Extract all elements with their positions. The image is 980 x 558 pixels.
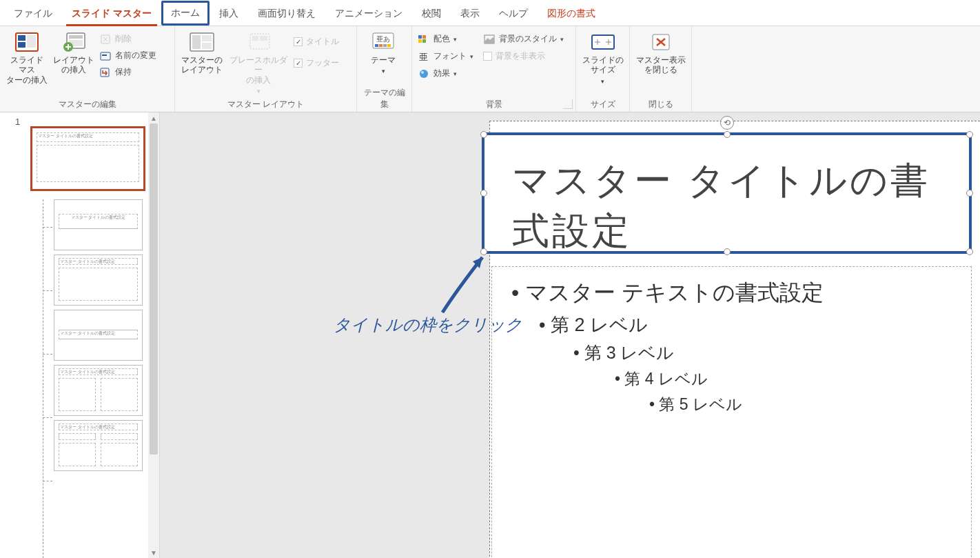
svg-rect-1 (18, 35, 25, 41)
placeholder-icon (246, 32, 271, 52)
tab-help[interactable]: ヘルプ (489, 1, 538, 26)
group-background: 配色 ▾ 亜 フォント ▾ 効果 ▾ 背景のスタイル ▾ (412, 26, 576, 112)
bg-style-button[interactable]: 背景のスタイル ▾ (483, 32, 564, 46)
tab-slide-master[interactable]: スライド マスター (62, 1, 161, 26)
layout-thumbnail[interactable]: マスター タイトルの書式設定 (54, 199, 143, 250)
tab-insert[interactable]: 挿入 (210, 1, 248, 26)
preserve-button[interactable]: 保持 (99, 65, 156, 79)
slide-master-icon (14, 32, 39, 52)
svg-rect-9 (101, 52, 110, 60)
layout-thumbnail[interactable]: マスター タイトルの書式設定 (54, 310, 143, 361)
group-edit-theme: 亜あ テーマ ▾ テーマの編集 (357, 26, 412, 112)
dialog-launcher-icon[interactable] (563, 99, 573, 109)
chevron-down-icon: ▾ (382, 68, 385, 75)
chevron-down-icon: ▾ (601, 78, 604, 86)
preserve-icon (99, 67, 112, 78)
theme-button[interactable]: 亜あ テーマ ▾ (363, 30, 404, 75)
scroll-down-icon[interactable]: ▼ (148, 547, 159, 558)
svg-rect-23 (383, 44, 387, 47)
insert-slide-master-button[interactable]: スライド マス ターの挿入 (6, 30, 48, 85)
rename-button[interactable]: 名前の変更 (99, 48, 156, 63)
svg-rect-28 (422, 39, 426, 43)
svg-rect-10 (102, 54, 107, 56)
svg-point-31 (421, 71, 424, 74)
master-layout-button[interactable]: マスターの レイアウト (181, 30, 223, 75)
resize-handle[interactable] (724, 131, 731, 138)
svg-rect-17 (252, 36, 258, 41)
svg-rect-14 (202, 35, 212, 41)
theme-label: テーマ (371, 55, 396, 65)
colors-label: 配色 (433, 33, 450, 45)
tab-review[interactable]: 校閲 (412, 1, 451, 26)
tab-transitions[interactable]: 画面切り替え (248, 1, 325, 26)
svg-rect-3 (27, 35, 36, 48)
resize-handle[interactable] (724, 248, 731, 255)
insert-layout-icon (61, 32, 86, 52)
fonts-label: フォント (433, 50, 467, 62)
svg-rect-2 (18, 42, 25, 48)
preserve-label: 保持 (115, 66, 132, 78)
fonts-button[interactable]: 亜 フォント ▾ (418, 49, 473, 63)
svg-rect-22 (379, 44, 382, 47)
svg-point-30 (420, 70, 428, 78)
tab-file[interactable]: ファイル (4, 1, 62, 26)
insert-placeholder-button: プレースホルダー の挿入 ▾ (227, 30, 289, 95)
master-layout-label: マスターの レイアウト (181, 55, 223, 75)
body-level-3: 第 3 レベル (573, 341, 952, 364)
group-edit-master: スライド マス ターの挿入 レイアウト の挿入 削除 名前の変更 保持 (0, 26, 175, 112)
effects-icon (418, 68, 430, 79)
hide-bg-checkbox: 背景を非表示 (483, 49, 564, 63)
resize-handle[interactable] (966, 131, 973, 138)
layout-thumbnail[interactable]: マスター タイトルの書式設定 (54, 420, 143, 471)
slide-size-button[interactable]: スライドの サイズ ▾ (582, 30, 624, 86)
insert-placeholder-label: プレースホルダー の挿入 (227, 55, 289, 85)
title-placeholder[interactable]: ⟲ マスター タイトルの書式設定 (482, 132, 972, 254)
effects-button[interactable]: 効果 ▾ (418, 66, 473, 81)
title-text[interactable]: マスター タイトルの書式設定 (484, 135, 969, 257)
insert-layout-button[interactable]: レイアウト の挿入 (52, 30, 95, 75)
master-thumbnail[interactable]: マスター タイトルの書式設定 (30, 126, 145, 191)
tab-animations[interactable]: アニメーション (325, 1, 412, 26)
rotate-handle-icon[interactable]: ⟲ (720, 116, 734, 130)
group-master-layout: マスターの レイアウト プレースホルダー の挿入 ▾ ✓ タイトル ✓ フッター… (175, 26, 357, 112)
slide: ⟲ マスター タイトルの書式設定 マスター テキストの書式設定 第 2 レベル … (489, 121, 980, 558)
delete-button: 削除 (99, 32, 156, 46)
thumbnail-pane: 1 マスター タイトルの書式設定 マスター タイトルの書式設定 マスター タイト… (0, 112, 160, 558)
master-layout-icon (190, 32, 214, 52)
ribbon-tabs: ファイル スライド マスター ホーム 挿入 画面切り替え アニメーション 校閲 … (0, 0, 980, 26)
resize-handle[interactable] (480, 190, 487, 197)
slide-size-label: スライドの サイズ (582, 55, 624, 75)
body-level-5: 第 5 レベル (649, 394, 952, 415)
resize-handle[interactable] (966, 248, 973, 255)
resize-handle[interactable] (966, 190, 973, 197)
title-checkbox: ✓ タイトル (294, 34, 339, 49)
svg-text:亜あ: 亜あ (376, 35, 390, 43)
tab-home[interactable]: ホーム (161, 1, 210, 26)
group-label-edit-master: マスターの編集 (6, 96, 169, 112)
resize-handle[interactable] (480, 131, 487, 138)
body-placeholder[interactable]: マスター テキストの書式設定 第 2 レベル 第 3 レベル 第 4 レベル 第… (491, 266, 972, 558)
scroll-up-icon[interactable]: ▲ (148, 112, 159, 123)
layout-thumbnail[interactable]: マスター タイトルの書式設定 (54, 255, 143, 306)
svg-rect-5 (69, 35, 83, 39)
layout-tree-line (43, 199, 43, 558)
rename-label: 名前の変更 (115, 50, 156, 61)
group-label-size: サイズ (582, 96, 624, 112)
colors-button[interactable]: 配色 ▾ (418, 32, 473, 46)
close-master-button[interactable]: マスター表示 を閉じる (635, 30, 686, 75)
title-checkbox-label: タイトル (306, 36, 339, 48)
group-close: マスター表示 を閉じる 閉じる (630, 26, 692, 112)
svg-rect-24 (387, 44, 391, 47)
tab-shape-format[interactable]: 図形の書式 (538, 1, 605, 26)
slide-canvas[interactable]: ⟲ マスター タイトルの書式設定 マスター テキストの書式設定 第 2 レベル … (160, 112, 980, 558)
effects-label: 効果 (433, 68, 450, 79)
thumbnail-scrollbar[interactable]: ▲ ▼ (148, 112, 159, 558)
scroll-thumb[interactable] (150, 123, 158, 455)
tab-view[interactable]: 表示 (451, 1, 489, 26)
layout-thumbnail[interactable]: マスター タイトルの書式設定 (54, 365, 143, 416)
group-label-background: 背景 (418, 96, 570, 112)
chevron-down-icon: ▾ (560, 36, 564, 43)
resize-handle[interactable] (480, 248, 487, 255)
svg-rect-18 (260, 36, 267, 41)
chevron-down-icon: ▾ (470, 53, 473, 60)
